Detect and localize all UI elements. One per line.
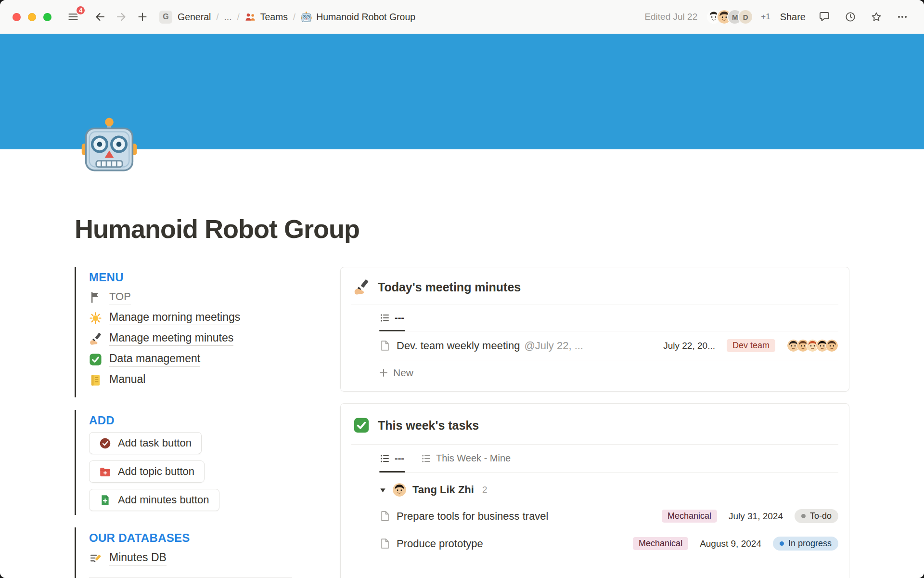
list-view-icon bbox=[422, 454, 431, 463]
ellipsis-icon bbox=[897, 11, 908, 23]
more-options-button[interactable] bbox=[893, 8, 911, 26]
red-folder-icon bbox=[99, 466, 111, 478]
avatar-overflow-count[interactable]: +1 bbox=[761, 12, 770, 22]
close-window-button[interactable] bbox=[13, 13, 21, 21]
page-title: Humanoid Robot Group bbox=[75, 214, 849, 244]
menu-link-label: Data management bbox=[109, 352, 200, 367]
task-circle-icon bbox=[99, 437, 111, 449]
minutes-database: --- Dev. team weekly meeting @July 22, .… bbox=[379, 304, 838, 388]
clock-icon bbox=[845, 11, 856, 23]
category-tag[interactable]: Mechanical bbox=[633, 537, 688, 550]
view-tab-this-week-mine[interactable]: This Week - Mine bbox=[421, 445, 512, 472]
minimize-window-button[interactable] bbox=[28, 13, 36, 21]
add-topic-button[interactable]: Add topic button bbox=[89, 460, 205, 483]
plus-icon bbox=[379, 368, 388, 377]
meeting-date: July 22, 20... bbox=[663, 341, 715, 351]
menu-link-label: Manage morning meetings bbox=[109, 311, 240, 325]
meeting-date-mention: @July 22, ... bbox=[524, 340, 583, 352]
task-row[interactable]: Produce prototype Mechanical August 9, 2… bbox=[379, 530, 838, 557]
database-view-tabs: --- bbox=[379, 304, 838, 331]
breadcrumb-general[interactable]: General bbox=[178, 12, 211, 23]
attendee-avatars bbox=[787, 339, 838, 352]
minutes-db-link[interactable]: Minutes DB bbox=[89, 551, 292, 565]
updates-badge: 4 bbox=[76, 5, 86, 15]
green-doc-icon bbox=[99, 494, 111, 506]
menu-link-morning-meetings[interactable]: Manage morning meetings bbox=[89, 311, 292, 325]
page-doc-icon bbox=[379, 511, 390, 522]
notebook-icon bbox=[89, 374, 102, 387]
meeting-row[interactable]: Dev. team weekly meeting @July 22, ... J… bbox=[379, 331, 838, 360]
new-item-label: New bbox=[393, 367, 413, 379]
status-badge[interactable]: In progress bbox=[773, 537, 838, 551]
green-check-icon bbox=[353, 417, 370, 434]
status-label: In progress bbox=[788, 539, 832, 549]
favorite-button[interactable] bbox=[867, 8, 886, 26]
add-topic-label: Add topic button bbox=[118, 465, 194, 478]
arrow-left-icon bbox=[94, 11, 106, 23]
writing-hand-icon bbox=[353, 279, 370, 295]
comments-button[interactable] bbox=[815, 8, 834, 26]
share-button[interactable]: Share bbox=[780, 12, 806, 23]
list-view-icon bbox=[380, 313, 390, 323]
edited-timestamp[interactable]: Edited Jul 22 bbox=[644, 12, 697, 22]
sidebar-toggle-button[interactable]: 4 bbox=[64, 8, 82, 26]
star-icon bbox=[871, 11, 882, 23]
meeting-minutes-card: Today's meeting minutes --- bbox=[340, 267, 849, 392]
view-tab[interactable]: --- bbox=[379, 304, 405, 331]
plus-icon bbox=[137, 11, 148, 23]
tasks-database: --- This Week - Mine bbox=[379, 445, 838, 557]
team-tag[interactable]: Dev team bbox=[727, 339, 775, 352]
status-dot bbox=[801, 514, 806, 518]
group-count: 2 bbox=[482, 485, 488, 495]
breadcrumb: G General / ... / Teams / Humanoid Robot… bbox=[159, 11, 415, 24]
page-doc-icon bbox=[379, 538, 390, 549]
due-date: August 9, 2024 bbox=[700, 539, 761, 549]
fullscreen-window-button[interactable] bbox=[43, 13, 51, 21]
menu-link-meeting-minutes[interactable]: Manage meeting minutes bbox=[89, 331, 292, 346]
status-label: To-do bbox=[810, 511, 832, 521]
new-tab-button[interactable] bbox=[133, 8, 152, 26]
add-task-button[interactable]: Add task button bbox=[89, 432, 202, 454]
robot-icon bbox=[301, 12, 312, 23]
breadcrumb-separator: / bbox=[237, 12, 240, 22]
meeting-title: Dev. team weekly meeting bbox=[397, 340, 520, 352]
task-row[interactable]: Prepare tools for business travel Mechan… bbox=[379, 502, 838, 530]
collapse-toggle-icon[interactable] bbox=[379, 486, 386, 494]
breadcrumb-ellipsis[interactable]: ... bbox=[224, 12, 231, 23]
updates-history-button[interactable] bbox=[841, 8, 860, 26]
meeting-properties: July 22, 20... Dev team bbox=[663, 339, 838, 352]
menu-link-data-management[interactable]: Data management bbox=[89, 352, 292, 367]
left-column: MENU TOP Manage morning meetings bbox=[75, 267, 292, 578]
breadcrumb-current-page[interactable]: Humanoid Robot Group bbox=[301, 12, 415, 23]
add-minutes-label: Add minutes button bbox=[118, 494, 209, 506]
view-tab-label: This Week - Mine bbox=[436, 453, 511, 464]
task-properties: Mechanical July 31, 2024 To-do bbox=[662, 509, 838, 523]
new-item-button[interactable]: New bbox=[379, 360, 838, 388]
top-link[interactable]: TOP bbox=[89, 290, 292, 304]
workspace-icon[interactable]: G bbox=[159, 11, 172, 24]
page-columns: MENU TOP Manage morning meetings bbox=[75, 267, 849, 578]
menu-section: MENU TOP Manage morning meetings bbox=[75, 267, 292, 397]
page-cover[interactable] bbox=[0, 34, 924, 149]
breadcrumb-teams[interactable]: Teams bbox=[245, 12, 288, 23]
category-tag[interactable]: Mechanical bbox=[662, 510, 717, 523]
breadcrumb-teams-label: Teams bbox=[260, 12, 288, 23]
back-button[interactable] bbox=[91, 8, 109, 26]
page-icon-robot[interactable] bbox=[81, 118, 138, 174]
assignee-group-row[interactable]: Tang Lik Zhi 2 bbox=[379, 473, 838, 502]
menu-heading: MENU bbox=[89, 271, 292, 284]
breadcrumb-page-label: Humanoid Robot Group bbox=[316, 12, 415, 23]
forward-button[interactable] bbox=[112, 8, 130, 26]
due-date: July 31, 2024 bbox=[729, 511, 783, 522]
add-heading: ADD bbox=[89, 414, 292, 427]
page-doc-icon bbox=[379, 340, 390, 351]
add-minutes-button[interactable]: Add minutes button bbox=[89, 489, 219, 511]
weekly-tasks-card: This week's tasks --- This Week - Mine bbox=[340, 403, 849, 578]
menu-link-manual[interactable]: Manual bbox=[89, 373, 292, 387]
status-badge[interactable]: To-do bbox=[795, 509, 838, 523]
menu-link-label: Manual bbox=[109, 373, 145, 387]
collaborator-avatars[interactable]: M D bbox=[706, 9, 753, 25]
top-link-label: TOP bbox=[109, 290, 131, 304]
titlebar: 4 G General / ... / Teams / bbox=[0, 0, 924, 34]
view-tab[interactable]: --- bbox=[379, 445, 405, 472]
